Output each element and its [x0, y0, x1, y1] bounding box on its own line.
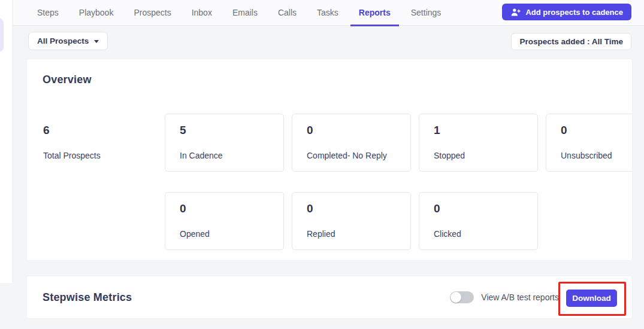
tab-playbook[interactable]: Playbook — [71, 0, 122, 26]
stat-value: 6 — [43, 124, 50, 137]
prospects-added-filter[interactable]: Prospects added : All Time — [511, 33, 631, 50]
stat-label: Replied — [307, 229, 335, 239]
stat-value: 0 — [307, 124, 313, 137]
stat-card-in-cadence: 5 In Cadence — [165, 114, 284, 172]
stat-label: Clicked — [434, 229, 461, 239]
person-plus-icon — [510, 8, 521, 16]
overview-title: Overview — [43, 74, 92, 86]
stat-value: 5 — [180, 124, 186, 137]
chevron-down-icon — [94, 40, 99, 43]
side-panel-pill — [0, 19, 4, 51]
tab-steps[interactable]: Steps — [29, 0, 67, 26]
top-navbar: Steps Playbook Prospects Inbox Emails Ca… — [13, 0, 644, 26]
stat-label: Opened — [180, 229, 210, 239]
stat-card-unsubscribed: 0 Unsubscribed — [546, 114, 632, 172]
stat-card-stopped: 1 Stopped — [419, 114, 538, 172]
nav-tabs: Steps Playbook Prospects Inbox Emails Ca… — [29, 0, 449, 26]
stat-label: Total Prospects — [43, 151, 101, 160]
stat-value: 0 — [180, 202, 186, 215]
tab-settings[interactable]: Settings — [403, 0, 450, 26]
download-button[interactable]: Download — [566, 290, 617, 307]
toggle-knob — [451, 292, 461, 303]
add-prospects-to-cadence-button[interactable]: Add prospects to cadence — [502, 4, 631, 20]
prospect-filter-label: All Prospects — [37, 36, 89, 45]
stat-value: 0 — [561, 124, 567, 137]
tab-tasks[interactable]: Tasks — [309, 0, 347, 26]
ab-test-toggle-label: View A/B test reports — [481, 293, 559, 302]
tab-prospects[interactable]: Prospects — [125, 0, 179, 26]
stepwise-metrics-title: Stepwise Metrics — [43, 291, 132, 304]
stat-card-completed-no-reply: 0 Completed- No Reply — [292, 114, 411, 172]
ab-test-toggle-group: View A/B test reports — [450, 291, 559, 303]
tab-inbox[interactable]: Inbox — [183, 0, 220, 26]
date-filter-label: Prospects added : All Time — [519, 37, 623, 46]
stat-card-total-prospects: 6 Total Prospects — [28, 114, 147, 172]
add-prospects-label: Add prospects to cadence — [525, 8, 623, 17]
prospect-filter-dropdown[interactable]: All Prospects — [28, 32, 108, 50]
stat-card-clicked: 0 Clicked — [419, 192, 538, 250]
stat-card-replied: 0 Replied — [292, 192, 411, 250]
stat-label: Unsubscribed — [561, 151, 612, 160]
stat-value: 0 — [434, 202, 440, 215]
overview-panel: Overview 6 Total Prospects 5 In Cadence … — [27, 59, 632, 260]
tab-emails[interactable]: Emails — [224, 0, 266, 26]
stat-value: 1 — [434, 124, 440, 137]
tab-calls[interactable]: Calls — [270, 0, 305, 26]
stat-label: Completed- No Reply — [307, 151, 387, 160]
stat-value: 0 — [307, 202, 313, 215]
ab-test-toggle[interactable] — [450, 291, 474, 303]
tab-reports[interactable]: Reports — [350, 0, 399, 26]
stat-label: In Cadence — [180, 151, 223, 160]
stat-label: Stopped — [434, 151, 465, 160]
stat-card-opened: 0 Opened — [165, 192, 284, 250]
stepwise-metrics-panel: Stepwise Metrics View A/B test reports D… — [27, 276, 632, 318]
